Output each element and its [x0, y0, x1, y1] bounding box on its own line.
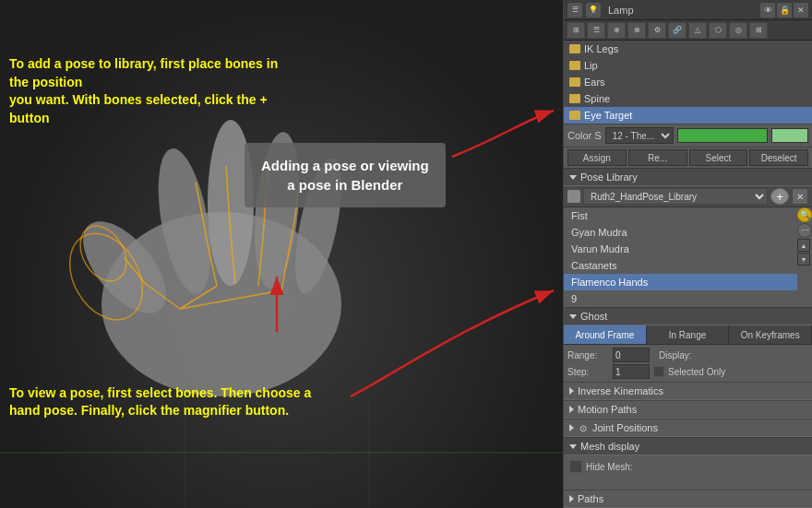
ghost-fields: Range: Display: Step: Selected Only — [564, 345, 812, 382]
pose-item-castanets[interactable]: Castanets — [564, 257, 797, 274]
annotation-bottom-line1: To view a pose, first select bones. Then… — [9, 384, 311, 403]
color-label: Color S — [567, 130, 602, 141]
ghost-step-input[interactable] — [613, 364, 650, 379]
bone-item-eye-target[interactable]: Eye Target — [564, 107, 812, 124]
select-button[interactable]: Select — [689, 149, 748, 166]
pose-right-buttons: 🔍 ⋯ ▲ ▼ — [797, 207, 812, 307]
ghost-tab-row: Around Frame In Range On Keyframes — [564, 325, 812, 345]
annotation-box: Adding a pose or viewing a pose in Blend… — [245, 143, 446, 207]
pose-library-content: Ruth2_HandPose_Library + ✕ Fist Gyan Mud… — [564, 186, 812, 307]
viewport: To add a pose to library, first place bo… — [0, 0, 563, 508]
tool-btn-5[interactable]: ⚙ — [648, 22, 666, 39]
tool-btn-9[interactable]: ◎ — [729, 22, 747, 39]
paths-section-header[interactable]: Paths — [564, 490, 812, 508]
bone-icon — [569, 77, 580, 87]
pose-list-container: Fist Gyan Mudra Varun Mudra Castanets Fl… — [564, 207, 812, 307]
pose-item-varun[interactable]: Varun Mudra — [564, 241, 797, 257]
section-expand-icon — [569, 406, 574, 413]
inverse-kinematics-header[interactable]: Inverse Kinematics — [564, 382, 812, 400]
pose-add-button[interactable]: + — [770, 188, 789, 205]
color-swatch-light[interactable] — [771, 128, 808, 143]
color-dropdown[interactable]: 12 - The... — [605, 127, 674, 144]
viewport-background: To add a pose to library, first place bo… — [0, 0, 563, 508]
pose-browse-button[interactable]: ⋯ — [797, 223, 812, 238]
ghost-section-label: Ghost — [580, 311, 607, 322]
bone-icon — [569, 111, 580, 120]
panel-close-btn[interactable]: ✕ — [794, 3, 808, 18]
bone-item-ik-legs[interactable]: IK Legs — [564, 41, 812, 57]
ghost-tab-around-frame[interactable]: Around Frame — [564, 325, 647, 344]
hide-mesh-checkbox[interactable] — [569, 460, 582, 473]
panel-menu-icon[interactable]: ☰ — [567, 3, 582, 18]
pose-item-flamenco[interactable]: Flamenco Hands — [564, 274, 797, 290]
bone-list: IK Legs Lip Ears Spine Eye Target — [564, 41, 812, 124]
section-expand-icon — [569, 495, 574, 502]
panel-lock-btn[interactable]: 🔒 — [777, 3, 792, 18]
annotation-top: To add a pose to library, first place bo… — [9, 55, 286, 127]
annotation-top-line2: you want. With bones selected, click the… — [9, 91, 286, 127]
motion-paths-label: Motion Paths — [578, 404, 637, 415]
tool-btn-3[interactable]: ⊕ — [607, 22, 626, 39]
bone-label: Lip — [584, 60, 598, 71]
ghost-step-label: Step: — [567, 367, 609, 377]
pose-label: Flamenco Hands — [571, 277, 648, 288]
ghost-range-row: Range: Display: — [567, 348, 808, 362]
annotation-box-line2: a pose in Blender — [261, 175, 429, 195]
pose-library-dropdown[interactable]: Ruth2_HandPose_Library — [583, 188, 768, 205]
bone-item-spine[interactable]: Spine — [564, 90, 812, 107]
joint-positions-header[interactable]: ⊙ Joint Positions — [564, 419, 812, 437]
tool-btn-10[interactable]: ⊞ — [749, 22, 768, 39]
assign-row: Assign Re... Select Deselect — [564, 148, 812, 168]
scroll-down-arrow[interactable]: ▼ — [797, 253, 810, 266]
ghost-selected-checkbox[interactable] — [653, 366, 664, 377]
tool-btn-1[interactable]: ⊞ — [567, 22, 585, 39]
bone-item-ears[interactable]: Ears — [564, 74, 812, 90]
tool-row: ⊞ ☰ ⊕ ⊗ ⚙ 🔗 △ ⬡ ◎ ⊞ — [564, 20, 812, 41]
pose-item-fist[interactable]: Fist — [564, 207, 797, 224]
joint-icon: ⊙ — [579, 423, 587, 433]
assign-button[interactable]: Assign — [567, 149, 627, 166]
annotation-bottom: To view a pose, first select bones. Then… — [9, 384, 311, 420]
tool-btn-7[interactable]: △ — [688, 22, 707, 39]
deselect-button[interactable]: Deselect — [749, 149, 808, 166]
tool-btn-8[interactable]: ⬡ — [709, 22, 727, 39]
annotation-box-line1: Adding a pose or viewing — [261, 156, 429, 175]
ghost-section-header[interactable]: Ghost — [564, 307, 812, 325]
ghost-tab-label: In Range — [669, 330, 707, 340]
mesh-display-header[interactable]: Mesh display — [564, 437, 812, 455]
ghost-range-input[interactable] — [613, 348, 650, 362]
tool-btn-6[interactable]: 🔗 — [668, 22, 687, 39]
hide-mesh-label: Hide Mesh: — [586, 462, 641, 472]
inverse-kinematics-label: Inverse Kinematics — [578, 385, 663, 396]
hide-mesh-row: Hide Mesh: — [569, 458, 806, 475]
bone-label: IK Legs — [584, 43, 618, 54]
section-collapse-icon — [569, 444, 577, 449]
pose-label: Castanets — [571, 260, 617, 271]
ghost-section-content: Around Frame In Range On Keyframes Range… — [564, 325, 812, 382]
ghost-collapse-icon — [569, 314, 577, 319]
pose-label: Gyan Mudra — [571, 227, 627, 238]
paths-label: Paths — [578, 493, 603, 504]
mesh-display-label: Mesh display — [580, 441, 639, 452]
color-swatch-green[interactable] — [677, 128, 768, 143]
annotation-bottom-line2: hand pose. Finally, click the magnifier … — [9, 402, 311, 420]
pose-close-button[interactable]: ✕ — [792, 188, 808, 205]
pose-label: 9 — [571, 293, 577, 304]
ghost-tab-in-range[interactable]: In Range — [647, 325, 730, 344]
pose-item-9[interactable]: 9 — [564, 290, 797, 307]
pose-item-gyan[interactable]: Gyan Mudra — [564, 224, 797, 241]
ghost-selected-label: Selected Only — [668, 367, 725, 377]
pose-library-icon — [567, 190, 580, 203]
scroll-up-arrow[interactable]: ▲ — [797, 239, 810, 252]
tool-btn-4[interactable]: ⊗ — [627, 22, 646, 39]
bone-item-lip[interactable]: Lip — [564, 57, 812, 74]
panel-eye-btn[interactable]: 👁 — [760, 3, 775, 18]
section-expand-icon — [569, 387, 574, 395]
pose-magnifier-button[interactable]: 🔍 — [797, 207, 812, 222]
ghost-tab-on-keyframes[interactable]: On Keyframes — [729, 325, 812, 344]
tool-btn-2[interactable]: ☰ — [587, 22, 605, 39]
annotation-top-line1: To add a pose to library, first place bo… — [9, 55, 286, 91]
remove-button[interactable]: Re... — [628, 149, 687, 166]
pose-library-header[interactable]: Pose Library — [564, 168, 812, 186]
motion-paths-header[interactable]: Motion Paths — [564, 400, 812, 419]
